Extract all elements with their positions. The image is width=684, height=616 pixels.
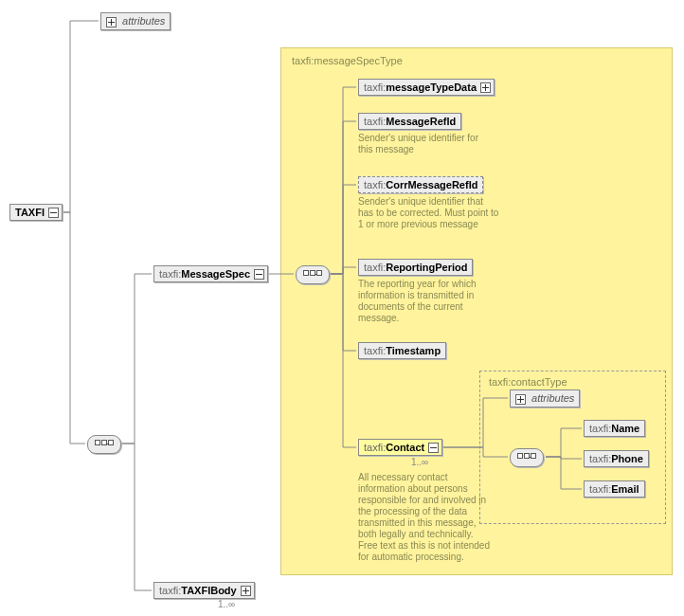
- sequence-contact[interactable]: [510, 448, 544, 467]
- collapse-icon[interactable]: [48, 208, 59, 218]
- node-messagespec[interactable]: taxfi:MessageSpec: [153, 265, 268, 282]
- node-taxfibody[interactable]: taxfi:TAXFIBody: [153, 582, 255, 599]
- expand-icon[interactable]: [480, 82, 491, 93]
- node-contact-email[interactable]: taxfi:Email: [584, 480, 645, 498]
- collapse-icon[interactable]: [428, 443, 439, 453]
- node-contact-attributes[interactable]: attributes: [510, 390, 580, 408]
- node-messagerefid[interactable]: taxfi:MessageRefId: [358, 113, 461, 130]
- node-taxfi[interactable]: TAXFI: [9, 204, 63, 221]
- node-contact-name[interactable]: taxfi:Name: [584, 420, 645, 437]
- desc-contact: All necessary contact information about …: [358, 472, 491, 563]
- desc-messagerefid: Sender's unique identifier for this mess…: [358, 133, 491, 155]
- contact-cardinality: 1..∞: [411, 457, 428, 467]
- node-attributes[interactable]: attributes: [100, 12, 171, 30]
- expand-icon[interactable]: [241, 586, 251, 596]
- contact-attributes-label: attributes: [531, 392, 574, 404]
- node-taxfi-label: TAXFI: [15, 207, 45, 218]
- node-timestamp[interactable]: taxfi:Timestamp: [358, 342, 446, 359]
- node-contact[interactable]: taxfi:Contact: [358, 439, 442, 456]
- node-messagetypedata[interactable]: taxfi:messageTypeData: [358, 79, 495, 96]
- expand-icon[interactable]: [515, 394, 526, 405]
- desc-reportingperiod: The reporting year for which information…: [358, 279, 491, 324]
- sequence-root[interactable]: [87, 435, 121, 454]
- collapse-icon[interactable]: [254, 269, 264, 280]
- sequence-messagespec[interactable]: [296, 265, 330, 284]
- attributes-label: attributes: [122, 15, 165, 27]
- expand-icon[interactable]: [106, 17, 117, 27]
- desc-corrmessagerefid: Sender's unique identifier that has to b…: [358, 196, 500, 230]
- node-corrmessagerefid[interactable]: taxfi:CorrMessageRefId: [358, 176, 483, 193]
- connectors: [0, 0, 684, 616]
- node-contact-phone[interactable]: taxfi:Phone: [584, 450, 649, 467]
- taxfibody-cardinality: 1..∞: [218, 599, 235, 609]
- node-reportingperiod[interactable]: taxfi:ReportingPeriod: [358, 259, 473, 276]
